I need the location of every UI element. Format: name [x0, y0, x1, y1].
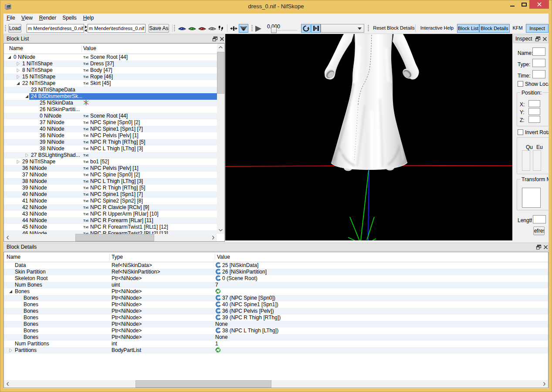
reset-block-details-button[interactable]: Reset Block Details — [371, 24, 417, 33]
block-details-row[interactable]: BonesPtr<NiNode>40 (NPC Spine1 [Spn1]) — [4, 301, 548, 308]
kfm-toggle-button[interactable]: KFM — [511, 24, 525, 33]
detail-type[interactable]: Ptr<NiNode> — [112, 334, 214, 341]
block-list-row[interactable]: 39 NiNodeTxtNPC R Thigh [RThg] [5] — [4, 139, 217, 145]
block-name[interactable]: 36 NiNode — [22, 165, 82, 172]
toggle-blue-eye-button[interactable] — [177, 24, 187, 33]
toggle-red-eye-button[interactable] — [197, 24, 207, 33]
block-name[interactable]: 39 NiNode — [22, 185, 82, 191]
block-list-row[interactable]: 8 NiTriShapeTxtBody [47] — [4, 67, 217, 74]
block-list-row[interactable]: 1 NiTriShapeTxtDress [37] — [4, 61, 217, 67]
menu-render[interactable]: Render — [36, 14, 60, 23]
block-name[interactable]: 36 NiNode — [40, 132, 82, 139]
block-value[interactable]: TxtNPC Pelvis [Pelv] [1] — [83, 132, 214, 139]
block-value[interactable] — [83, 87, 214, 93]
3d-viewport[interactable] — [225, 34, 512, 240]
time-field[interactable] — [532, 70, 545, 78]
block-value[interactable]: TxtNPC Spine [Spn0] [2] — [83, 172, 214, 178]
block-list-row[interactable]: 42 NiNodeTxtNPC R Clavicle [RClv] [9] — [4, 204, 217, 211]
block-value[interactable]: TxtNPC R Clavicle [RClv] [9] — [83, 204, 214, 211]
block-name[interactable]: 22 NiTriShape — [22, 80, 82, 87]
scroll-left-arrow[interactable] — [4, 234, 11, 241]
block-details-row[interactable]: BonesPtr<NiNode>36 (NPC Pelvis [Pelv]) — [4, 308, 548, 314]
block-details-row[interactable]: BonesPtr<NiNode>None — [4, 334, 548, 341]
detail-name[interactable]: Num Bones — [15, 282, 110, 288]
detail-type[interactable]: Ptr<NiNode> — [112, 328, 214, 334]
column-divider[interactable] — [81, 45, 82, 52]
block-value[interactable]: TxtNPC L Thigh [LThg] [3] — [83, 178, 214, 185]
save-path-field[interactable]: m Mender\test\dress_0.nif — [88, 24, 146, 33]
expanded-arrow-icon[interactable] — [25, 95, 29, 98]
block-list-toggle-button[interactable]: Block List — [457, 24, 479, 33]
time-slider-groove[interactable] — [275, 30, 297, 30]
block-list-row[interactable]: 44 NiNodeTxtNPC R Forearm [RLar] [11] — [4, 217, 217, 224]
length-field[interactable] — [533, 215, 546, 223]
block-details-row[interactable]: BonesPtr<NiNode>38 (NPC L Thigh [LThg]) — [4, 328, 548, 334]
detail-name[interactable]: Bones — [24, 314, 110, 321]
block-list-row[interactable]: 23 NiTriShapeData — [4, 87, 217, 93]
expanded-arrow-icon[interactable] — [7, 55, 11, 59]
column-divider[interactable] — [215, 253, 215, 260]
collapsed-arrow-icon[interactable] — [16, 62, 20, 66]
block-name[interactable]: 40 NiNode — [22, 191, 82, 198]
block-details-row[interactable]: BonesPtr<NiNode> — [4, 288, 548, 295]
block-value[interactable]: TxtNPC Spine1 [Spn1] [7] — [83, 126, 214, 132]
column-divider[interactable] — [109, 253, 110, 260]
block-details-row[interactable]: Skeleton RootPtr<NiNode>0 (Scene Root) — [4, 275, 548, 282]
detail-name[interactable]: Bones — [24, 301, 110, 308]
block-name[interactable]: 45 NiNode — [22, 224, 82, 230]
block-name[interactable]: 15 NiTriShape — [22, 74, 82, 80]
detail-type[interactable]: Ptr<NiNode> — [112, 301, 214, 308]
detail-value[interactable]: 7 — [215, 282, 389, 288]
float-panel-icon[interactable] — [535, 36, 541, 42]
block-list-row[interactable]: 38 NiNodeTxtNPC L Thigh [LThg] [3] — [4, 145, 217, 152]
detail-name[interactable]: Skin Partition — [15, 269, 110, 275]
block-value[interactable] — [83, 106, 214, 113]
detail-name[interactable]: Num Partitions — [15, 341, 110, 347]
block-value[interactable]: TxtNPC Spine [Spn0] [2] — [83, 119, 214, 126]
block-name[interactable]: 24 BSDismemberSk... — [31, 93, 82, 100]
block-value[interactable]: TxtNPC Pelvis [Pelv] [1] — [83, 165, 214, 172]
block-name[interactable]: 38 NiNode — [22, 178, 82, 185]
collapsed-arrow-icon[interactable] — [16, 75, 20, 79]
invert-rotations-checkbox[interactable] — [518, 129, 523, 135]
menu-view[interactable]: View — [18, 14, 36, 23]
block-name[interactable]: 23 NiTriShapeData — [31, 87, 82, 93]
block-name[interactable]: 1 NiTriShape — [22, 61, 82, 67]
scroll-thumb[interactable] — [217, 52, 224, 94]
z-field[interactable] — [528, 116, 540, 123]
collapsed-arrow-icon[interactable] — [25, 153, 29, 157]
detail-name[interactable]: Bones — [24, 328, 110, 334]
detail-type[interactable]: Ptr<NiNode> — [112, 295, 214, 301]
load-button[interactable]: Load — [8, 24, 21, 33]
close-panel-icon[interactable] — [543, 244, 549, 250]
scroll-right-arrow[interactable] — [541, 380, 548, 388]
detail-value[interactable]: 0 (Scene Root) — [215, 275, 389, 282]
block-value[interactable] — [83, 93, 214, 100]
block-name[interactable]: 25 NiSkinData — [40, 100, 82, 106]
titlebar[interactable]: dress_0.nif - NifSkope — [0, 0, 552, 14]
block-value[interactable]: TxtNPC Spine2 [Spn2] [8] — [83, 198, 214, 204]
inspect-toggle-button[interactable]: Inspect — [526, 24, 549, 33]
block-list-row[interactable]: 40 NiNodeTxtNPC Spine1 [Spn1] [7] — [4, 126, 217, 132]
float-panel-icon[interactable] — [212, 36, 218, 42]
detail-type[interactable]: Ref<NiSkinPartition> — [112, 269, 214, 275]
detail-name[interactable]: Skeleton Root — [15, 275, 110, 282]
toolbar-grip-4[interactable] — [368, 25, 369, 32]
scroll-down-arrow[interactable] — [217, 226, 224, 234]
detail-name[interactable]: Bones — [24, 295, 110, 301]
collapsed-arrow-icon[interactable] — [16, 68, 20, 72]
pingpong-animation-button[interactable] — [311, 24, 321, 33]
detail-name[interactable]: Bones — [24, 321, 110, 328]
block-value[interactable]: TxtDress [37] — [83, 61, 214, 67]
block-name[interactable]: 37 NiNode — [22, 172, 82, 178]
block-list-row[interactable]: 41 NiNodeTxtNPC Spine2 [Spn2] [8] — [4, 198, 217, 204]
scroll-right-arrow[interactable] — [210, 234, 217, 241]
block-list-row[interactable]: 39 NiNodeTxtNPC R Thigh [RThg] [5] — [4, 185, 217, 191]
detail-type[interactable]: int — [112, 341, 214, 347]
block-list-row[interactable]: 26 NiSkinPartiti... — [4, 106, 217, 113]
block-list-row[interactable]: 29 NiTriShapeTxtbo1 [52] — [4, 159, 217, 165]
close-panel-icon[interactable] — [542, 36, 548, 42]
block-name[interactable]: 0 NiNode — [14, 54, 82, 61]
detail-name[interactable]: Bones — [24, 308, 110, 314]
block-details-dock-titlebar[interactable]: Block Details — [3, 243, 549, 251]
